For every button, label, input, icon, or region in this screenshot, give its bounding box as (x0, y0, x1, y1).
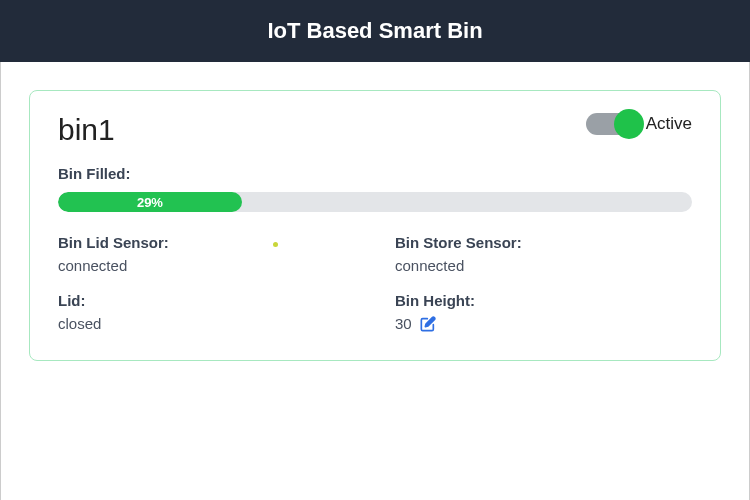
fill-percent-text: 29% (137, 195, 163, 210)
toggle-label: Active (646, 114, 692, 134)
main-container: bin1 Active Bin Filled: 29% Bin Lid Sens… (0, 62, 750, 500)
height-label: Bin Height: (395, 292, 692, 309)
status-dot-icon (273, 242, 278, 247)
fill-label: Bin Filled: (58, 165, 692, 182)
fill-progress-bar: 29% (58, 192, 692, 212)
edit-icon[interactable] (420, 316, 436, 332)
height-value: 30 (395, 315, 412, 332)
lid-sensor-value: connected (58, 257, 355, 274)
card-header: bin1 Active (58, 113, 692, 147)
lid-value: closed (58, 315, 355, 332)
store-sensor-value: connected (395, 257, 692, 274)
lid-sensor-cell: Bin Lid Sensor: connected (58, 234, 355, 274)
active-toggle[interactable] (586, 113, 638, 135)
lid-label: Lid: (58, 292, 355, 309)
height-value-row: 30 (395, 315, 692, 332)
info-grid: Bin Lid Sensor: connected Bin Store Sens… (58, 234, 692, 332)
lid-sensor-label: Bin Lid Sensor: (58, 234, 355, 251)
height-cell: Bin Height: 30 (395, 292, 692, 332)
lid-cell: Lid: closed (58, 292, 355, 332)
store-sensor-cell: Bin Store Sensor: connected (395, 234, 692, 274)
store-sensor-label: Bin Store Sensor: (395, 234, 692, 251)
app-header: IoT Based Smart Bin (0, 0, 750, 62)
bin-name: bin1 (58, 113, 115, 147)
fill-progress-fill: 29% (58, 192, 242, 212)
bin-card: bin1 Active Bin Filled: 29% Bin Lid Sens… (29, 90, 721, 361)
app-title: IoT Based Smart Bin (267, 18, 482, 43)
toggle-knob (614, 109, 644, 139)
active-toggle-wrap: Active (586, 113, 692, 135)
